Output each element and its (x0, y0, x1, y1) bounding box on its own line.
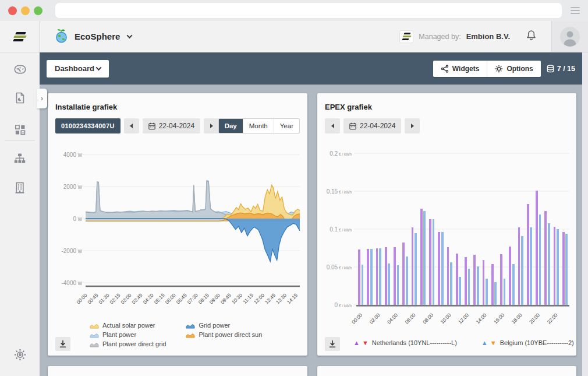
legend-item[interactable]: Plant power direct grid (90, 340, 166, 347)
svg-text:05:15: 05:15 (153, 292, 166, 305)
area-series-icon (90, 322, 99, 329)
next-date-button[interactable] (405, 118, 420, 133)
installatie-legend: Actual solar power Plant power Plant pow… (90, 322, 262, 347)
svg-text:09:45: 09:45 (219, 292, 232, 305)
app-header: EcoSphere Managed by: Embion B.V. (0, 21, 588, 52)
gear-icon (495, 65, 503, 73)
sidebar-expander-tab[interactable]: › (37, 89, 47, 108)
svg-text:14:00: 14:00 (474, 312, 487, 325)
svg-text:06:00: 06:00 (164, 292, 177, 305)
svg-text:10:00: 10:00 (439, 312, 452, 325)
widget-counter-label: 7 / 15 (557, 65, 575, 73)
share-nodes-icon (441, 65, 449, 73)
svg-text:13:30: 13:30 (275, 292, 288, 305)
date-label: 22-04-2024 (360, 122, 395, 130)
window-close-button[interactable] (8, 6, 17, 15)
widgets-button[interactable]: Widgets (433, 61, 487, 77)
area-series-icon (90, 332, 99, 338)
sidebar-item-buildings[interactable] (0, 177, 40, 198)
date-picker-button[interactable]: 22-04-2024 (343, 118, 401, 133)
svg-text:0 € / kWh: 0 € / kWh (335, 302, 352, 308)
legend-item[interactable]: Plant power (90, 331, 166, 338)
legend-item[interactable]: ▲▼ Netherlands (10YNL----------L) (353, 339, 457, 346)
svg-text:07:30: 07:30 (186, 292, 199, 305)
triangle-up-icon: ▲ (353, 340, 360, 346)
svg-text:0.1 € / kWh: 0.1 € / kWh (330, 226, 352, 233)
epex-card: EPEX grafiek 22-04-2024 0.2 € / kWh0.15 … (317, 93, 576, 356)
svg-text:0.2 € / kWh: 0.2 € / kWh (330, 150, 352, 157)
download-chart-button[interactable] (325, 337, 340, 351)
date-picker-button[interactable]: 22-04-2024 (143, 118, 200, 133)
dashboard-content: Installatie grafiek 0100234334007U 22-04… (40, 85, 582, 376)
svg-text:00:00: 00:00 (350, 312, 363, 325)
range-year-button[interactable]: Year (274, 119, 299, 133)
legend-label: Plant power direct sun (199, 331, 262, 338)
legend-label: Netherlands (10YNL----------L) (372, 339, 457, 346)
download-icon (59, 340, 67, 348)
window-zoom-button[interactable] (34, 6, 42, 15)
widget-counter[interactable]: 7 / 15 (547, 65, 575, 73)
svg-text:06:00: 06:00 (403, 312, 416, 325)
widgets-button-label: Widgets (452, 65, 480, 73)
page-scrollbar-track (582, 52, 588, 376)
legend-item[interactable]: Grid power (186, 322, 262, 329)
svg-text:02:00: 02:00 (368, 312, 381, 325)
options-button[interactable]: Options (487, 61, 540, 77)
workspace-selector[interactable]: EcoSphere (40, 29, 132, 44)
svg-text:03:45: 03:45 (130, 292, 143, 305)
svg-text:18:00: 18:00 (510, 312, 523, 325)
browser-menu-icon[interactable] (571, 7, 580, 14)
prev-date-button[interactable] (124, 118, 139, 133)
embion-logo (0, 21, 40, 52)
svg-text:08:00: 08:00 (421, 312, 434, 325)
url-bar[interactable] (55, 3, 562, 18)
svg-text:04:00: 04:00 (386, 312, 399, 325)
svg-text:01:30: 01:30 (97, 292, 110, 305)
svg-text:10:30: 10:30 (231, 292, 243, 305)
area-series-icon (186, 322, 195, 329)
svg-text:02:15: 02:15 (108, 292, 121, 305)
legend-label: Belgium (10YBE----------2) (500, 339, 574, 346)
legend-item[interactable]: ▲▼ Belgium (10YBE----------2) (481, 339, 574, 346)
installatie-card-title: Installatie grafiek (55, 103, 117, 111)
download-chart-button[interactable] (55, 337, 70, 351)
arrow-right-icon (411, 124, 414, 128)
window-minimize-button[interactable] (21, 6, 30, 15)
sidebar (0, 52, 40, 376)
svg-text:11:15: 11:15 (242, 292, 254, 305)
brand-name: EcoSphere (75, 31, 120, 41)
legend-label: Grid power (199, 322, 230, 329)
sidebar-item-plants[interactable] (0, 148, 40, 169)
svg-text:00:00: 00:00 (75, 292, 88, 305)
legend-item[interactable]: Actual solar power (90, 322, 166, 329)
sidebar-item-reports[interactable] (0, 87, 40, 108)
dashboard-selector[interactable]: Dashboard (47, 60, 109, 78)
legend-item[interactable]: Plant power direct sun (186, 331, 262, 338)
svg-text:4000 w: 4000 w (63, 152, 83, 158)
svg-text:16:00: 16:00 (493, 312, 505, 325)
sidebar-divider (5, 140, 35, 140)
svg-text:08:15: 08:15 (197, 292, 210, 305)
legend-label: Plant power direct grid (102, 340, 166, 347)
svg-text:12:00: 12:00 (253, 292, 265, 305)
notifications-bell-icon[interactable] (525, 29, 537, 44)
user-avatar[interactable] (551, 21, 588, 52)
installatie-card: Installatie grafiek 0100234334007U 22-04… (48, 93, 307, 356)
range-month-button[interactable]: Month (243, 119, 274, 133)
range-day-button[interactable]: Day (219, 119, 243, 133)
installation-serial-button[interactable]: 0100234334007U (55, 118, 121, 133)
area-series-icon (186, 332, 195, 338)
triangle-up-icon: ▲ (481, 340, 488, 346)
calendar-icon (349, 122, 356, 130)
partial-card-right (317, 366, 576, 376)
svg-text:20:00: 20:00 (528, 312, 541, 325)
sidebar-item-settings[interactable] (0, 344, 40, 365)
next-date-button[interactable] (204, 118, 219, 133)
sidebar-item-dashboard[interactable] (0, 58, 40, 79)
svg-text:06:45: 06:45 (175, 292, 188, 305)
prev-date-button[interactable] (325, 118, 340, 133)
sidebar-item-widgets[interactable] (0, 119, 40, 140)
svg-text:0 w: 0 w (73, 216, 82, 222)
chevron-down-icon (127, 33, 133, 38)
report-document-icon (13, 91, 27, 105)
